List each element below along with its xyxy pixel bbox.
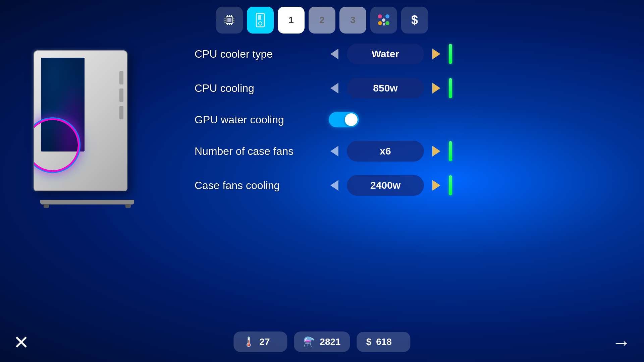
cpu-cooler-type-indicator <box>449 44 452 64</box>
right-arrow-icon <box>432 146 440 157</box>
nav-case-icon[interactable] <box>247 7 274 34</box>
energy-value: 2821 <box>320 337 340 347</box>
case-fans-count-value: x6 <box>347 141 424 162</box>
cost-stat: $ 618 <box>357 332 411 352</box>
left-arrow-icon <box>330 180 338 191</box>
cpu-cooler-type-prev[interactable] <box>329 47 340 61</box>
svg-point-20 <box>385 21 389 25</box>
left-arrow-icon <box>330 83 338 94</box>
close-button[interactable]: ✕ <box>13 333 29 352</box>
cost-value: 618 <box>376 337 392 347</box>
nav-dollar-icon[interactable]: $ <box>401 7 428 34</box>
dollar-icon: $ <box>366 337 372 347</box>
cpu-cooler-type-value: Water <box>347 44 424 64</box>
right-arrow-icon <box>432 180 440 191</box>
bottom-stats-bar: 🌡️ 27 ⚗️ 2821 $ 618 <box>233 331 410 352</box>
case-fans-cooling-next[interactable] <box>431 178 442 192</box>
nav-step-3[interactable]: 3 <box>339 7 366 34</box>
nav-paint-icon[interactable] <box>370 7 397 34</box>
cpu-cooler-type-next[interactable] <box>431 47 442 61</box>
cpu-cooling-next[interactable] <box>431 81 442 95</box>
top-navigation: 1 2 3 $ <box>216 7 428 34</box>
svg-point-17 <box>378 14 382 18</box>
case-fans-cooling-indicator <box>449 175 452 195</box>
gpu-water-cooling-toggle-container <box>329 112 359 127</box>
settings-panel: CPU cooler type Water CPU cooling 850w G… <box>195 44 624 209</box>
cpu-cooling-indicator <box>449 78 452 98</box>
case-fans-cooling-prev[interactable] <box>329 178 340 192</box>
case-fans-cooling-label: Case fans cooling <box>195 179 322 192</box>
right-arrow-icon <box>432 83 440 94</box>
thermometer-icon: 🌡️ <box>243 336 255 347</box>
svg-rect-1 <box>227 18 231 22</box>
svg-point-18 <box>385 14 389 18</box>
gpu-water-cooling-row: GPU water cooling <box>195 112 624 127</box>
flask-icon: ⚗️ <box>303 336 315 347</box>
gpu-water-cooling-label: GPU water cooling <box>195 114 322 126</box>
left-arrow-icon <box>330 49 338 59</box>
svg-rect-15 <box>258 15 261 20</box>
case-fans-count-label: Number of case fans <box>195 145 322 158</box>
cpu-cooler-type-row: CPU cooler type Water <box>195 44 624 64</box>
cpu-cooling-row: CPU cooling 850w <box>195 78 624 99</box>
svg-point-21 <box>382 18 385 22</box>
right-arrow-icon <box>432 49 440 59</box>
svg-point-16 <box>259 22 262 25</box>
case-fans-count-prev[interactable] <box>329 144 340 158</box>
temperature-stat: 🌡️ 27 <box>233 331 287 352</box>
next-button[interactable]: → <box>612 333 631 352</box>
nav-step-1[interactable]: 1 <box>278 7 305 34</box>
svg-point-19 <box>378 21 382 25</box>
svg-text:$: $ <box>411 13 418 27</box>
case-fans-count-row: Number of case fans x6 <box>195 141 624 162</box>
cpu-cooling-prev[interactable] <box>329 81 340 95</box>
energy-stat: ⚗️ 2821 <box>294 331 350 352</box>
case-fans-count-next[interactable] <box>431 144 442 158</box>
case-fans-cooling-row: Case fans cooling 2400w <box>195 175 624 196</box>
toggle-knob <box>345 113 358 126</box>
gpu-water-cooling-toggle[interactable] <box>329 112 359 127</box>
temperature-value: 27 <box>259 337 270 347</box>
nav-step-2[interactable]: 2 <box>309 7 335 34</box>
cpu-cooling-value: 850w <box>347 78 424 99</box>
case-fans-cooling-value: 2400w <box>347 175 424 196</box>
nav-cpu-icon[interactable] <box>216 7 243 34</box>
case-fans-count-indicator <box>449 141 452 161</box>
left-arrow-icon <box>330 146 338 157</box>
pc-case-preview <box>34 50 141 201</box>
cpu-cooling-label: CPU cooling <box>195 82 322 95</box>
cpu-cooler-type-label: CPU cooler type <box>195 48 322 60</box>
